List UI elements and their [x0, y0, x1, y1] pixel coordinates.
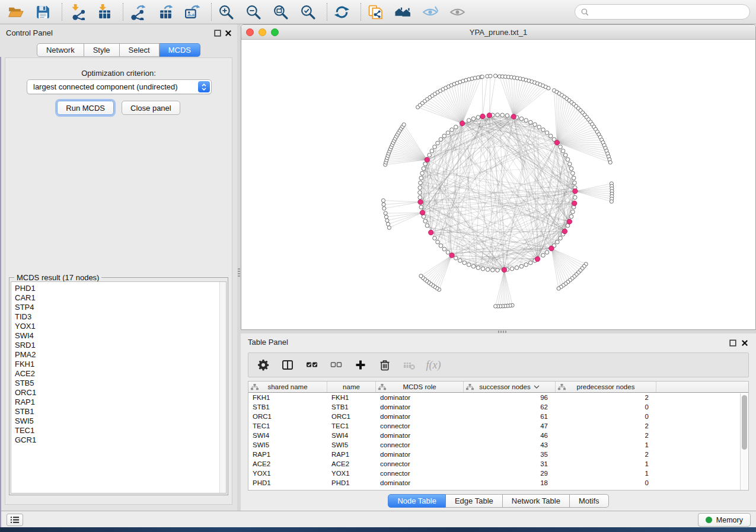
mcds-list-scrollbar[interactable]: [219, 282, 226, 493]
node[interactable]: [467, 118, 471, 123]
node[interactable]: [423, 162, 428, 166]
leaf-node[interactable]: [547, 86, 550, 90]
edge[interactable]: [427, 255, 452, 281]
edge[interactable]: [384, 202, 420, 209]
node[interactable]: [458, 258, 462, 262]
mcds-hub-node[interactable]: [420, 210, 425, 215]
deselect-all-checks-button[interactable]: [330, 358, 343, 371]
node[interactable]: [433, 145, 437, 149]
node[interactable]: [533, 123, 537, 127]
node[interactable]: [515, 266, 519, 270]
node[interactable]: [442, 247, 446, 251]
zoom-in-button[interactable]: [216, 2, 235, 21]
mcds-result-item[interactable]: ACE2: [11, 369, 226, 379]
mcds-result-item[interactable]: STB1: [11, 407, 226, 416]
node[interactable]: [418, 196, 422, 200]
node[interactable]: [454, 256, 458, 260]
mcds-hub-node[interactable]: [429, 230, 433, 235]
node[interactable]: [450, 128, 454, 132]
cell-MCDS-role[interactable]: connector: [376, 422, 464, 430]
edge[interactable]: [389, 213, 422, 227]
table-row[interactable]: TEC1TEC1connector472: [248, 421, 748, 431]
cell-name[interactable]: STB1: [327, 403, 376, 411]
edge[interactable]: [388, 213, 423, 224]
zoom-selected-button[interactable]: [298, 2, 317, 21]
cell-predecessor-nodes[interactable]: 2: [556, 394, 656, 401]
edge[interactable]: [404, 124, 427, 159]
table-row[interactable]: YOX1YOX1connector291: [248, 469, 748, 478]
node[interactable]: [423, 219, 428, 223]
mcds-hub-node[interactable]: [572, 201, 577, 206]
mcds-result-item[interactable]: SRD1: [11, 341, 226, 350]
cell-predecessor-nodes[interactable]: 1: [556, 470, 656, 477]
node[interactable]: [569, 214, 573, 219]
mcds-result-item[interactable]: GCR1: [11, 435, 226, 445]
node[interactable]: [486, 268, 490, 272]
cell-MCDS-role[interactable]: dominator: [376, 479, 464, 486]
mcds-result-item[interactable]: SWI4: [11, 331, 226, 341]
table-scrollbar[interactable]: [740, 393, 748, 490]
export-table-button[interactable]: [155, 2, 174, 21]
clone-network-button[interactable]: [366, 2, 385, 21]
edge[interactable]: [429, 255, 452, 283]
cell-MCDS-role[interactable]: dominator: [376, 432, 464, 439]
cell-predecessor-nodes[interactable]: 2: [556, 422, 656, 430]
mcds-hub-node[interactable]: [511, 114, 516, 119]
mcds-result-item[interactable]: STP4: [11, 303, 226, 312]
tab-style[interactable]: Style: [84, 43, 120, 57]
run-mcds-button[interactable]: Run MCDS: [57, 101, 114, 115]
node[interactable]: [510, 267, 514, 271]
cell-shared-name[interactable]: SWI4: [248, 432, 327, 439]
add-button[interactable]: [354, 358, 367, 371]
edge[interactable]: [384, 202, 420, 204]
mcds-hub-node[interactable]: [567, 219, 572, 224]
edge[interactable]: [575, 191, 611, 201]
float-panel-icon[interactable]: [729, 339, 736, 347]
mcds-hub-node[interactable]: [554, 140, 559, 145]
leaf-node[interactable]: [489, 74, 492, 78]
table-row[interactable]: PHD1PHD1dominator180: [248, 478, 748, 488]
leaf-node[interactable]: [386, 222, 390, 226]
node[interactable]: [519, 264, 524, 268]
mcds-result-item[interactable]: YOX1: [11, 322, 226, 331]
cell-predecessor-nodes[interactable]: 1: [556, 460, 656, 467]
node[interactable]: [471, 117, 476, 121]
cell-successor-nodes[interactable]: 47: [464, 422, 556, 430]
node[interactable]: [500, 113, 505, 117]
cell-predecessor-nodes[interactable]: 1: [556, 441, 656, 448]
node[interactable]: [490, 268, 495, 272]
leaf-node[interactable]: [387, 226, 391, 229]
leaf-node[interactable]: [382, 207, 386, 210]
tab-node-table[interactable]: Node Table: [388, 494, 446, 508]
node[interactable]: [505, 114, 509, 118]
node[interactable]: [419, 205, 423, 209]
import-network-button[interactable]: [67, 2, 86, 21]
mcds-result-item[interactable]: TEC1: [11, 426, 226, 435]
cell-predecessor-nodes[interactable]: 2: [556, 432, 656, 439]
cell-shared-name[interactable]: RAP1: [248, 451, 327, 458]
cell-successor-nodes[interactable]: 43: [464, 441, 556, 448]
mcds-result-item[interactable]: CAR1: [11, 293, 226, 303]
close-panel-button[interactable]: Close panel: [122, 101, 180, 115]
mcds-hub-node[interactable]: [460, 121, 464, 126]
column-header-MCDS-role[interactable]: MCDS role: [376, 382, 464, 392]
node[interactable]: [425, 223, 429, 227]
node[interactable]: [422, 166, 426, 171]
node[interactable]: [476, 116, 480, 120]
trash-button[interactable]: [378, 358, 391, 371]
leaf-node[interactable]: [494, 305, 497, 308]
node[interactable]: [519, 117, 524, 121]
node[interactable]: [545, 251, 549, 255]
select-all-checks-button[interactable]: [305, 358, 318, 371]
node[interactable]: [545, 131, 549, 135]
edge[interactable]: [428, 99, 462, 123]
mcds-hub-node[interactable]: [425, 157, 429, 162]
cell-MCDS-role[interactable]: connector: [376, 441, 464, 448]
cell-shared-name[interactable]: SWI5: [248, 441, 327, 448]
node[interactable]: [571, 171, 575, 175]
edge[interactable]: [418, 107, 462, 123]
node[interactable]: [439, 137, 443, 142]
leaf-node[interactable]: [608, 161, 612, 164]
cell-shared-name[interactable]: ACE2: [248, 460, 327, 467]
gear-button[interactable]: [257, 358, 270, 371]
